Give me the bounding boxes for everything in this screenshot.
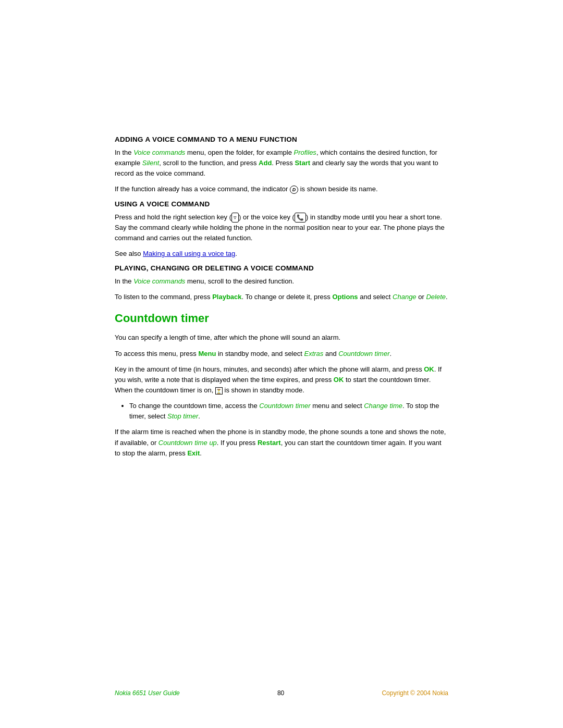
section-adding-voice-command: ADDING A VOICE COMMAND TO A MENU FUNCTIO… [115, 135, 448, 195]
ok-label-2: OK [334, 376, 344, 384]
countdown-timer-title: Countdown timer [115, 312, 448, 325]
section-playing-voice-command: PLAYING, CHANGING OR DELETING A VOICE CO… [115, 264, 448, 302]
silent-link: Silent [142, 159, 160, 167]
section-countdown-timer: Countdown timer You can specify a length… [115, 312, 448, 458]
bullet-item-change-time: To change the countdown time, access the… [129, 401, 448, 422]
footer-right: Copyright © 2004 Nokia [382, 689, 448, 697]
playback-label: Playback [212, 293, 241, 301]
change-label: Change [393, 293, 417, 301]
delete-label: Delete [426, 293, 446, 301]
countdown-para-2: To access this menu, press Menu in stand… [115, 349, 448, 359]
add-label: Add [259, 159, 272, 167]
content-area: ADDING A VOICE COMMAND TO A MENU FUNCTIO… [0, 0, 563, 516]
menu-label: Menu [198, 350, 216, 357]
profiles-link: Profiles [294, 149, 316, 156]
change-time-label: Change time [364, 402, 402, 410]
countdown-para-1: You can specify a length of time, after … [115, 332, 448, 343]
extras-label: Extras [304, 350, 323, 357]
voice-tag-link[interactable]: Making a call using a voice tag [143, 250, 235, 257]
countdown-icon: ⏳ [215, 387, 223, 394]
para-adding-voice-1: In the Voice commands menu, open the fol… [115, 147, 448, 179]
para-playing-1: In the Voice commands menu, scroll to th… [115, 276, 448, 287]
voice-key-icon: 📞 [295, 213, 306, 223]
restart-label: Restart [258, 439, 281, 447]
footer: Nokia 6651 User Guide 80 Copyright © 200… [115, 689, 448, 697]
voice-commands-link-1: Voice commands [133, 149, 185, 156]
right-key-icon: ▿ [231, 213, 239, 223]
para-adding-voice-2: If the function already has a voice comm… [115, 184, 448, 194]
section-using-voice-command: USING A VOICE COMMAND Press and hold the… [115, 200, 448, 260]
heading-using-voice-command: USING A VOICE COMMAND [115, 200, 448, 208]
heading-adding-voice-command: ADDING A VOICE COMMAND TO A MENU FUNCTIO… [115, 135, 448, 143]
countdown-bullet-list: To change the countdown time, access the… [129, 401, 448, 422]
options-label: Options [332, 293, 358, 301]
stop-timer-label: Stop timer [167, 412, 198, 420]
countdown-para-4: If the alarm time is reached when the ph… [115, 427, 448, 458]
exit-label: Exit [187, 449, 200, 457]
footer-page-number: 80 [277, 689, 284, 697]
countdown-para-3: Key in the amount of time (in hours, min… [115, 364, 448, 396]
countdown-timer-menu-label: Countdown timer [259, 402, 310, 410]
heading-playing-voice-command: PLAYING, CHANGING OR DELETING A VOICE CO… [115, 264, 448, 272]
ok-label-1: OK [424, 365, 434, 373]
countdown-timer-label: Countdown timer [338, 350, 389, 357]
countdown-time-up-label: Countdown time up [158, 439, 217, 447]
indicator-icon: D [290, 186, 298, 194]
start-label: Start [295, 159, 310, 167]
page: ADDING A VOICE COMMAND TO A MENU FUNCTIO… [0, 0, 563, 728]
footer-left: Nokia 6651 User Guide [115, 689, 180, 697]
para-using-voice-2: See also Making a call using a voice tag… [115, 249, 448, 259]
para-playing-2: To listen to the command, press Playback… [115, 292, 448, 302]
voice-commands-link-2: Voice commands [133, 277, 185, 285]
para-using-voice-1: Press and hold the right selection key (… [115, 212, 448, 243]
